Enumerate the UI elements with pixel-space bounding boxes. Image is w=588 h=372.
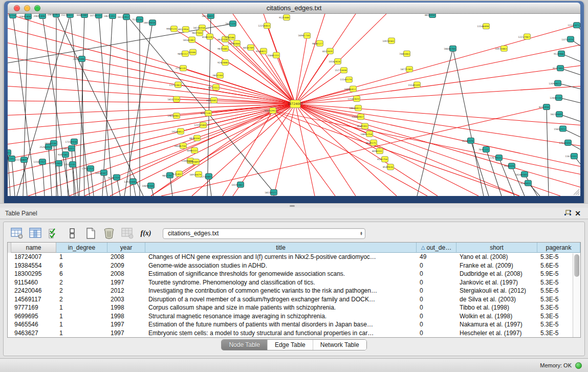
- graph-node-label: 18858315: [62, 147, 74, 150]
- graph-node-label: 7691122: [478, 148, 489, 151]
- graph-node-label: 19654985: [167, 115, 179, 117]
- table-row[interactable]: 969969511998Structural magnetic resonanc…: [8, 312, 580, 321]
- cell: 14569117: [11, 296, 56, 303]
- table-row[interactable]: 1830029562008Estimation of significance …: [8, 270, 580, 278]
- graph-node-label: 10973483: [495, 48, 507, 50]
- close-panel-icon[interactable]: ✕: [573, 209, 583, 218]
- graph-node-label: 9875685: [217, 48, 228, 50]
- graph-node-label: 12353584: [194, 124, 206, 126]
- graph-node-label: 13505135: [63, 163, 75, 166]
- graph-node-label: 6466160: [77, 14, 87, 16]
- graph-node-label: 18614411: [349, 107, 361, 110]
- delete-column-button[interactable]: [101, 226, 117, 240]
- column-header-title[interactable]: title: [145, 243, 417, 253]
- table-row[interactable]: 911546021997Tourette syndrome. Phenomeno…: [8, 278, 580, 287]
- window-title: citations_edges.txt: [8, 4, 580, 12]
- cell: 9463627: [11, 330, 56, 337]
- graph-node-label: 16099489: [187, 161, 199, 163]
- graph-node-label: 12923446: [124, 181, 136, 183]
- graph-edge: [295, 104, 315, 196]
- cell: Tourette syndrome. Phenomenology and cla…: [145, 279, 417, 286]
- column-header-out_de[interactable]: △out_de…: [417, 243, 456, 253]
- cell: 0: [417, 330, 456, 337]
- table-row[interactable]: 1872400712008Changes of HCN gene express…: [8, 253, 580, 261]
- graph-node-label: 12093822: [549, 82, 560, 85]
- graph-edge: [84, 111, 273, 196]
- graph-node-label: 9242848: [217, 61, 228, 64]
- cell: 0: [417, 304, 456, 311]
- graph-node-label: 9836127: [312, 42, 322, 45]
- new-column-button[interactable]: [83, 226, 98, 240]
- memory-status-label: Memory: OK: [540, 362, 572, 368]
- function-builder-button[interactable]: f(x): [138, 226, 154, 240]
- column-header-year[interactable]: year: [107, 243, 145, 253]
- graph-node-label: 18724007: [288, 102, 303, 105]
- graph-node-label: 16046756: [174, 145, 186, 147]
- graph-node-label: 7916546: [224, 36, 234, 39]
- tab-network-table[interactable]: Network Table: [313, 340, 366, 350]
- cell: 2008: [107, 270, 145, 277]
- table-row[interactable]: 977716911998Corpus callosum shape and si…: [8, 303, 580, 312]
- column-header-pagerank[interactable]: pagerank: [537, 243, 580, 253]
- cell: Wolkin et al. (1998): [456, 313, 537, 320]
- canvas-resize-grip[interactable]: [574, 189, 579, 195]
- graph-edge: [13, 15, 36, 196]
- table-row[interactable]: 2242004622012Investigating the contribut…: [8, 287, 580, 295]
- table-select-dropdown[interactable]: citations_edges.txt ▲▼: [163, 228, 365, 239]
- cell: 1: [56, 253, 107, 260]
- cell: de Silva et al. (2003): [456, 296, 537, 303]
- cell: Estimation of significance thresholds fo…: [145, 270, 417, 277]
- cell: Tibbo et al. (1998): [456, 304, 537, 311]
- network-window-titlebar[interactable]: citations_edges.txt: [8, 3, 580, 14]
- graph-edge: [273, 111, 580, 174]
- import-table-button[interactable]: [120, 226, 135, 240]
- tab-node-table[interactable]: Node Table: [222, 340, 268, 350]
- graph-node-label: 22044907: [352, 116, 363, 118]
- table-scrollbar[interactable]: [573, 253, 580, 337]
- cell: 22420046: [11, 287, 56, 294]
- graph-node-label: 17016504: [559, 142, 571, 144]
- column-header-name[interactable]: name: [11, 243, 56, 253]
- column-header-short[interactable]: short: [456, 243, 537, 253]
- graph-edge: [8, 104, 295, 144]
- graph-edge: [295, 104, 580, 125]
- divider-grip-icon[interactable]: [290, 205, 295, 207]
- graph-node-label: 18107554: [167, 98, 179, 101]
- cell: 1: [56, 304, 107, 311]
- close-window-icon[interactable]: [14, 5, 20, 11]
- table-row[interactable]: 946554611997Estimation of the future num…: [8, 320, 580, 329]
- cell: 2012: [107, 287, 145, 294]
- graph-node-label: 16958187: [95, 171, 106, 174]
- column-header-in_degree[interactable]: in_degree: [56, 243, 107, 253]
- cell: 9777169: [11, 304, 56, 311]
- row-height-button[interactable]: [64, 226, 80, 240]
- graph-edge: [8, 28, 295, 104]
- graph-node-label: 14895754: [360, 133, 372, 136]
- cell: Investigating the contribution of common…: [145, 287, 417, 294]
- table-row[interactable]: 1456911722003Disruption of a novel membe…: [8, 295, 580, 304]
- cell: 1: [56, 313, 107, 320]
- tab-edge-table[interactable]: Edge Table: [268, 340, 313, 350]
- table-row[interactable]: 946362711997Embryonic stem cells: a mode…: [8, 329, 580, 338]
- cell: Corpus callosum shape and size in male p…: [145, 304, 417, 311]
- zoom-window-icon[interactable]: [34, 5, 40, 11]
- float-panel-icon[interactable]: [562, 209, 573, 218]
- graph-node-label: 14055724: [8, 14, 15, 17]
- table-mode-button[interactable]: [9, 226, 25, 240]
- select-columns-button[interactable]: [46, 226, 61, 240]
- network-canvas[interactable]: 1405572420891408206914061065328715276021…: [8, 14, 580, 196]
- graph-edge: [295, 14, 325, 104]
- graph-node-label: 16543382: [183, 39, 194, 41]
- graph-edge: [102, 16, 113, 196]
- graph-node-label: 15885155: [267, 54, 279, 57]
- graph-node-label: 8549275: [366, 142, 376, 144]
- scrollbar-thumb[interactable]: [574, 254, 579, 277]
- show-columns-button[interactable]: [28, 226, 43, 240]
- graph-node-label: 8912954: [178, 28, 188, 31]
- table-row[interactable]: 1938455462009Genome-wide association stu…: [8, 261, 580, 270]
- panel-divider[interactable]: [0, 203, 588, 208]
- graph-node-label: 16648784: [444, 48, 455, 50]
- cell: 9465546: [11, 321, 56, 328]
- cell: Estimation of the future numbers of pati…: [145, 321, 417, 328]
- minimize-window-icon[interactable]: [24, 5, 30, 11]
